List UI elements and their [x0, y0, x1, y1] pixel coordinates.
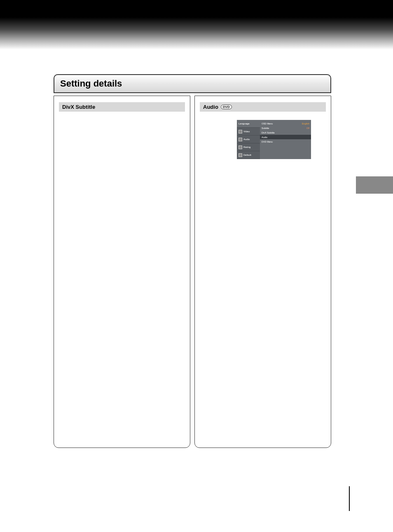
right-column-header-text: Audio	[203, 104, 218, 110]
menu-item-divx: DivX Subtitle	[260, 130, 311, 135]
left-column-header: DivX Subtitle	[59, 102, 185, 112]
rating-icon	[239, 145, 242, 149]
menu-item-label: DivX Subtitle	[262, 131, 309, 134]
menu-item-label: OSD Menu	[262, 122, 302, 125]
footer-divider	[349, 486, 350, 511]
menu-item-label: Subtitle	[262, 127, 306, 129]
menu-item-label: DVD Menu	[262, 141, 309, 143]
menu-tab-label: Rating	[243, 146, 250, 148]
osd-menu-screenshot: Language Video Audio Rating	[237, 120, 311, 159]
menu-item-dvdmenu: DVD Menu	[260, 139, 311, 144]
menu-tabs-column: Language Video Audio Rating	[237, 120, 260, 159]
menu-item-audio: Audio	[260, 135, 311, 139]
columns-wrapper: DivX Subtitle Audio DVD Language Video	[54, 96, 331, 448]
content-area: Setting details DivX Subtitle Audio DVD …	[0, 49, 393, 448]
menu-tab-language: Language	[237, 120, 260, 128]
menu-item-osd: OSD Menu English	[260, 121, 311, 126]
section-title: Setting details	[60, 78, 325, 89]
menu-tab-label: Default	[243, 154, 251, 156]
menu-tab-default: Default	[237, 151, 260, 159]
menu-tab-label: Video	[243, 130, 250, 133]
menu-tab-audio: Audio	[237, 136, 260, 143]
section-header-box: Setting details	[54, 74, 331, 93]
menu-item-value: English	[302, 122, 309, 125]
right-column-header: Audio DVD	[200, 102, 326, 112]
side-tab	[356, 176, 393, 194]
dvd-badge-icon: DVD	[221, 105, 232, 109]
menu-tab-label: Audio	[243, 138, 250, 141]
default-icon	[239, 153, 242, 157]
menu-item-label: Audio	[262, 136, 309, 138]
menu-tab-label: Language	[239, 122, 250, 125]
left-column-header-text: DivX Subtitle	[62, 104, 95, 110]
menu-items-column: OSD Menu English Subtitle Off DivX Subti…	[260, 120, 311, 159]
top-gradient-banner	[0, 0, 393, 49]
video-icon	[239, 130, 242, 134]
menu-item-value: Off	[306, 127, 309, 129]
audio-icon	[239, 138, 242, 141]
menu-item-subtitle: Subtitle Off	[260, 126, 311, 130]
right-column: Audio DVD Language Video Audio	[194, 96, 331, 448]
menu-tab-video: Video	[237, 128, 260, 136]
left-column: DivX Subtitle	[54, 96, 190, 448]
menu-tab-rating: Rating	[237, 143, 260, 151]
